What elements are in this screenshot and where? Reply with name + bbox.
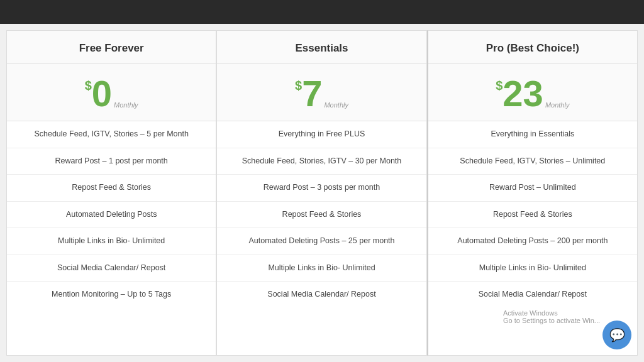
feature-free-0: Schedule Feed, IGTV, Stories – 5 per Mon… <box>7 121 216 148</box>
feature-essentials-1: Schedule Feed, Stories, IGTV – 30 per Mo… <box>217 148 426 175</box>
price-dollar-pro: $ <box>496 79 502 92</box>
chat-icon: 💬 <box>609 327 625 343</box>
feature-essentials-2: Reward Post – 3 posts per month <box>217 175 426 202</box>
plan-column-pro: Pro (Best Choice!)$23MonthlyEverything i… <box>427 30 638 356</box>
price-dollar-essentials: $ <box>295 79 302 92</box>
feature-free-4: Multiple Links in Bio- Unlimited <box>7 228 216 255</box>
feature-essentials-6: Social Media Calendar/ Repost <box>217 282 426 308</box>
plan-header-pro: Pro (Best Choice!) <box>428 31 637 64</box>
price-monthly-pro: Monthly <box>545 102 570 109</box>
plan-price-free: $0Monthly <box>7 64 216 121</box>
feature-pro-2: Reward Post – Unlimited <box>428 175 637 202</box>
pricing-container: Free Forever$0MonthlySchedule Feed, IGTV… <box>0 24 644 362</box>
price-monthly-free: Monthly <box>114 102 138 109</box>
feature-pro-1: Schedule Feed, IGTV, Stories – Unlimited <box>428 148 637 175</box>
top-bar <box>0 0 644 24</box>
feature-pro-5: Multiple Links in Bio- Unlimited <box>428 255 637 282</box>
price-monthly-essentials: Monthly <box>324 102 348 109</box>
feature-pro-0: Everything in Essentials <box>428 121 637 148</box>
plan-header-essentials: Essentials <box>217 31 426 64</box>
feature-pro-3: Repost Feed & Stories <box>428 202 637 229</box>
feature-free-2: Repost Feed & Stories <box>7 175 216 202</box>
price-number-free: 0 <box>92 75 112 112</box>
feature-essentials-4: Automated Deleting Posts – 25 per month <box>217 228 426 255</box>
plan-column-essentials: Essentials$7MonthlyEverything in Free PL… <box>216 30 426 356</box>
feature-free-6: Mention Monitoring – Up to 5 Tags <box>7 282 216 308</box>
price-number-pro: 23 <box>502 75 543 112</box>
feature-pro-6: Social Media Calendar/ Repost <box>428 282 637 308</box>
plan-column-free: Free Forever$0MonthlySchedule Feed, IGTV… <box>6 30 216 356</box>
feature-free-5: Social Media Calendar/ Repost <box>7 255 216 282</box>
feature-essentials-0: Everything in Free PLUS <box>217 121 426 148</box>
plan-price-pro: $23Monthly <box>428 64 637 121</box>
feature-free-3: Automated Deleting Posts <box>7 202 216 229</box>
price-dollar-free: $ <box>85 79 92 92</box>
plan-price-essentials: $7Monthly <box>217 64 426 121</box>
price-number-essentials: 7 <box>302 75 322 112</box>
plan-header-free: Free Forever <box>7 31 216 64</box>
feature-essentials-3: Repost Feed & Stories <box>217 202 426 229</box>
feature-pro-4: Automated Deleting Posts – 200 per month <box>428 228 637 255</box>
feature-essentials-5: Multiple Links in Bio- Unlimited <box>217 255 426 282</box>
chat-bubble[interactable]: 💬 <box>602 321 631 349</box>
feature-free-1: Reward Post – 1 post per month <box>7 148 216 175</box>
